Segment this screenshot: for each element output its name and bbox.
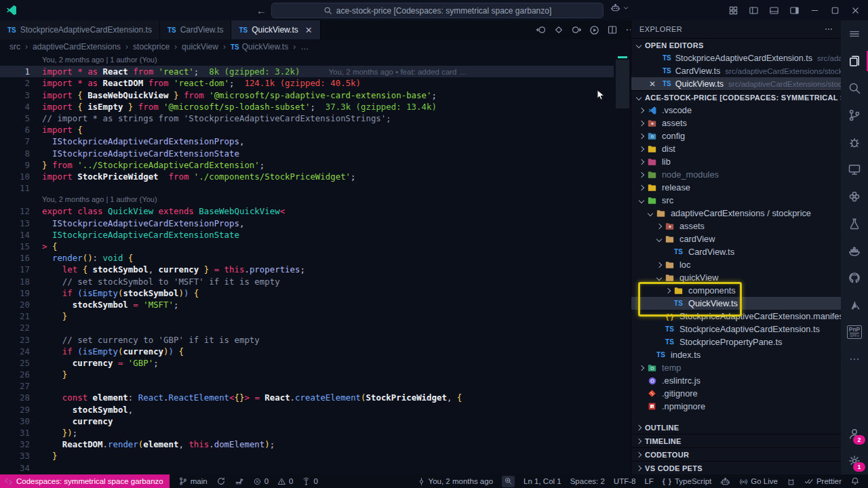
code-line-32[interactable]: 32 ReactDOM.render(element, this.domElem…: [0, 439, 614, 450]
tree-item-temp[interactable]: temp: [631, 361, 842, 374]
line-number[interactable]: 7: [0, 136, 30, 147]
code-line-29[interactable]: 29 stockSymbol,: [0, 404, 614, 415]
breadcrumb-item-adaptivecardextensions[interactable]: adaptiveCardExtensions: [33, 42, 121, 52]
remote-indicator[interactable]: Codespaces: symmetrical space garbanzo: [0, 474, 170, 488]
diamond-icon[interactable]: [553, 24, 564, 35]
code-line-13[interactable]: 13 IStockpriceAdaptiveCardExtensionProps…: [0, 218, 614, 229]
status-lf[interactable]: LF: [644, 477, 653, 485]
line-number[interactable]: 30: [0, 415, 30, 427]
line-number[interactable]: 4: [0, 101, 30, 113]
run-icon[interactable]: [589, 24, 600, 36]
code-line-19[interactable]: 19 if (isEmpty(stockSymbol)) {: [0, 287, 614, 299]
line-number[interactable]: 16: [0, 252, 30, 264]
line-number[interactable]: 33: [0, 450, 30, 462]
line-number[interactable]: 9: [0, 159, 30, 171]
code-line-8[interactable]: 8 IStockpriceAdaptiveCardExtensionState: [0, 148, 614, 159]
breadcrumb-item-quickview[interactable]: quickView: [182, 42, 218, 52]
code-line-3[interactable]: 3import { BaseWebQuickView } from '@micr…: [0, 89, 614, 101]
code-line-28[interactable]: 28 const element: React.ReactElement<{}>…: [0, 392, 614, 403]
tree-item-stockpriceadaptivecardextension-manifest-json[interactable]: { }StockpriceAdaptiveCardExtension.manif…: [631, 310, 842, 323]
line-number[interactable]: 23: [0, 334, 30, 346]
panel-right-icon[interactable]: [785, 1, 803, 19]
open-editor-cardview-ts[interactable]: TSCardView.tssrc/adaptiveCardExtensions/…: [631, 64, 842, 77]
chevron-right-icon[interactable]: [637, 108, 646, 113]
code-line-7[interactable]: 7 IStockpriceAdaptiveCardExtensionProps,: [0, 136, 614, 147]
tab-cardview-ts[interactable]: TSCardView.ts: [160, 20, 232, 39]
line-number[interactable]: 32: [0, 439, 30, 450]
status-bell[interactable]: [850, 476, 860, 486]
nav-back-icon[interactable]: ←: [256, 5, 267, 16]
status-braces[interactable]: { }TypeScript: [663, 477, 711, 485]
open-editor-quickview-ts[interactable]: ✕TSQuickView.tssrc/adaptiveCardExtension…: [631, 77, 842, 90]
tab-quickview-ts[interactable]: TSQuickView.ts✕: [231, 20, 320, 39]
open-editors-header[interactable]: OPEN EDITORS: [631, 38, 842, 52]
minimize-icon[interactable]: [806, 1, 823, 19]
chevron-right-icon[interactable]: [654, 263, 664, 267]
status-spaces-2[interactable]: Spaces: 2: [570, 477, 605, 485]
tree-item-stockpriceadaptivecardextension-ts[interactable]: TSStockpriceAdaptiveCardExtension.ts: [631, 323, 842, 336]
tree-item-adaptivecardextensions-stockprice[interactable]: adaptiveCardExtensions / stockprice: [631, 207, 842, 220]
line-number[interactable]: 18: [0, 276, 30, 287]
activity-files[interactable]: [841, 47, 868, 75]
split-editor-icon[interactable]: [607, 24, 618, 35]
breadcrumb-item-quickview-ts[interactable]: TSQuickView.ts: [231, 42, 288, 52]
code-line-26[interactable]: 26 }: [0, 369, 614, 380]
tree-item-components[interactable]: components: [631, 284, 842, 297]
code-line-5[interactable]: 5// import * as strings from 'Stockprice…: [0, 113, 614, 124]
line-number[interactable]: 19: [0, 287, 30, 299]
code-line-22[interactable]: 22: [0, 322, 614, 333]
chevron-right-icon[interactable]: [637, 173, 646, 177]
chevron-right-icon[interactable]: [637, 134, 646, 138]
code-line-27[interactable]: 27: [0, 380, 614, 392]
line-number[interactable]: 10: [0, 171, 30, 182]
tree-item-gitignore[interactable]: .gitignore: [631, 387, 842, 400]
line-number[interactable]: 21: [0, 310, 30, 322]
code-line-12[interactable]: 12export class QuickView extends BaseWeb…: [0, 205, 614, 217]
code-line-1[interactable]: 1import * as React from 'react'; 8k (gzi…: [0, 66, 614, 77]
code-line-11[interactable]: 11: [0, 182, 614, 194]
line-number[interactable]: 29: [0, 404, 30, 415]
close-tab-icon[interactable]: ✕: [305, 25, 313, 35]
nav-forward-circle-icon[interactable]: [571, 24, 582, 35]
panel-header-outline[interactable]: OUTLINE: [631, 421, 842, 434]
chevron-right-icon[interactable]: [637, 366, 646, 370]
code-line-16[interactable]: 16 render(): void {: [0, 252, 614, 264]
line-number[interactable]: 26: [0, 369, 30, 380]
code-line-30[interactable]: 30 currency: [0, 415, 614, 427]
code-line-14[interactable]: 14 IStockpriceAdaptiveCardExtensionState: [0, 229, 614, 241]
status-warning-triangle[interactable]: 0: [277, 477, 293, 486]
line-number[interactable]: 34: [0, 462, 30, 474]
tree-item-src[interactable]: src: [631, 194, 842, 207]
status-magnifier[interactable]: [502, 476, 515, 487]
status-check-double[interactable]: Prettier: [804, 476, 842, 486]
status-sync[interactable]: [216, 476, 226, 486]
line-number[interactable]: 3: [0, 89, 30, 101]
maximize-icon[interactable]: [826, 1, 844, 19]
tree-item-lib[interactable]: lib: [631, 155, 842, 168]
code-line-17[interactable]: 17 let { stockSymbol, currency } = this.…: [0, 264, 614, 275]
layout-grid-icon[interactable]: [724, 1, 742, 19]
status-robot[interactable]: [720, 476, 730, 487]
code-line-25[interactable]: 25 currency = 'GBP';: [0, 357, 614, 369]
line-number[interactable]: 13: [0, 218, 30, 229]
chevron-right-icon[interactable]: [637, 160, 646, 164]
line-number[interactable]: 27: [0, 380, 30, 392]
code-line-15[interactable]: 15> {: [0, 241, 614, 252]
code-line-2[interactable]: 2import * as ReactDOM from 'react-dom'; …: [0, 77, 614, 89]
activity-github[interactable]: [841, 264, 868, 291]
line-number[interactable]: 6: [0, 124, 30, 136]
close-editor-icon[interactable]: ✕: [649, 79, 656, 89]
tree-item-cardview-ts[interactable]: TSCardView.ts: [631, 245, 842, 258]
activity-extensions[interactable]: [841, 183, 868, 210]
status-utf-8[interactable]: UTF-8: [614, 477, 636, 485]
line-number[interactable]: 25: [0, 357, 30, 369]
status-radio-tower[interactable]: 0: [302, 477, 317, 486]
code-line-34[interactable]: 34: [0, 462, 614, 474]
breadcrumb-item-stockprice[interactable]: stockprice: [133, 42, 170, 52]
code-line-31[interactable]: 31 });: [0, 427, 614, 439]
panel-bottom-icon[interactable]: [765, 1, 783, 19]
tree-item-assets[interactable]: assets: [631, 220, 842, 232]
status-error-circle[interactable]: 0: [253, 477, 269, 486]
code-line-6[interactable]: 6import {: [0, 124, 614, 136]
line-number[interactable]: 31: [0, 427, 30, 439]
